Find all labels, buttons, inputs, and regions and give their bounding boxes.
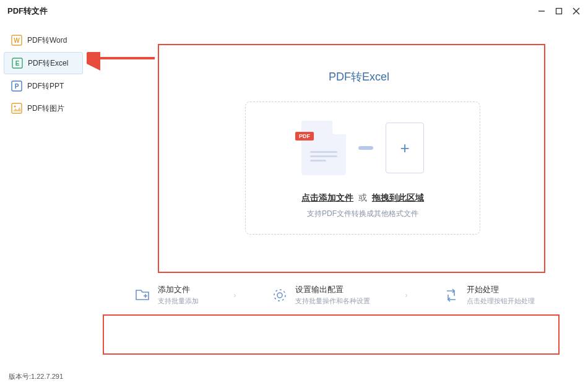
step-output-config: 设置输出配置 支持批量操作和各种设置 <box>272 284 370 306</box>
svg-text:E: E <box>15 60 20 67</box>
svg-rect-1 <box>556 9 562 14</box>
add-file-link[interactable]: 点击添加文件 <box>301 192 353 202</box>
sidebar: W PDF转Word E PDF转Excel P PDF转PPT PDF转图片 <box>0 22 87 368</box>
file-illustration: PDF + <box>258 121 467 175</box>
add-placeholder-icon: + <box>386 123 424 173</box>
svg-text:W: W <box>14 37 20 44</box>
sidebar-item-pdf-word[interactable]: W PDF转Word <box>4 30 83 51</box>
pdf-file-icon: PDF <box>301 121 346 175</box>
ppt-icon: P <box>11 80 22 92</box>
minimize-button[interactable] <box>537 7 546 15</box>
panel-title: PDF转Excel <box>149 69 569 84</box>
svg-point-11 <box>14 106 16 108</box>
sidebar-item-pdf-ppt[interactable]: P PDF转PPT <box>4 76 83 97</box>
drop-zone[interactable]: PDF + 点击添加文件 或 拖拽到此区域 支持PDF文件转换成其他格式文件 <box>245 102 480 235</box>
drag-area-link[interactable]: 拖拽到此区域 <box>372 192 424 202</box>
app-title: PDF转文件 <box>7 6 48 17</box>
folder-add-icon <box>134 287 150 303</box>
window-controls <box>537 7 581 15</box>
step-title: 开始处理 <box>467 284 535 295</box>
svg-point-15 <box>277 293 282 298</box>
version-label: 版本号:1.22.7.291 <box>9 372 63 381</box>
sidebar-item-pdf-excel[interactable]: E PDF转Excel <box>4 52 83 74</box>
excel-icon: E <box>12 58 23 69</box>
close-button[interactable] <box>572 7 581 15</box>
chevron-right-icon: › <box>234 291 236 300</box>
steps-bar: 添加文件 支持批量添加 › 设置输出配置 支持批量操作和各种设置 › <box>99 277 569 313</box>
sidebar-item-label: PDF转Excel <box>28 58 68 69</box>
svg-text:P: P <box>15 83 19 90</box>
svg-point-16 <box>274 290 285 301</box>
sidebar-item-label: PDF转图片 <box>27 103 64 114</box>
word-icon: W <box>11 35 22 46</box>
main-panel: PDF转Excel PDF + 点击添加文件 或 拖拽到此区域 支持PDF文件转… <box>87 22 588 368</box>
sidebar-item-label: PDF转Word <box>27 35 67 46</box>
step-subtitle: 点击处理按钮开始处理 <box>467 296 535 306</box>
sidebar-item-pdf-image[interactable]: PDF转图片 <box>4 98 83 119</box>
step-start-process: 开始处理 点击处理按钮开始处理 <box>443 284 535 306</box>
pdf-badge: PDF <box>295 132 314 141</box>
step-title: 添加文件 <box>158 284 199 295</box>
titlebar: PDF转文件 <box>0 0 588 22</box>
svg-rect-10 <box>12 103 22 113</box>
chevron-right-icon: › <box>405 291 408 300</box>
step-subtitle: 支持批量操作和各种设置 <box>295 296 370 306</box>
image-icon <box>11 103 22 114</box>
step-subtitle: 支持批量添加 <box>158 296 199 306</box>
gear-icon <box>272 287 288 303</box>
drop-hint: 支持PDF文件转换成其他格式文件 <box>258 209 467 219</box>
sidebar-item-label: PDF转PPT <box>27 81 64 92</box>
maximize-button[interactable] <box>555 7 563 15</box>
footer: 版本号:1.22.7.291 <box>0 368 588 385</box>
drop-separator: 或 <box>358 192 367 202</box>
step-title: 设置输出配置 <box>295 284 370 295</box>
annotation-highlight-steps <box>103 314 560 355</box>
step-add-file: 添加文件 支持批量添加 <box>134 284 199 306</box>
process-icon <box>443 287 459 303</box>
drop-text: 点击添加文件 或 拖拽到此区域 <box>258 192 467 204</box>
dash-icon <box>358 146 373 150</box>
